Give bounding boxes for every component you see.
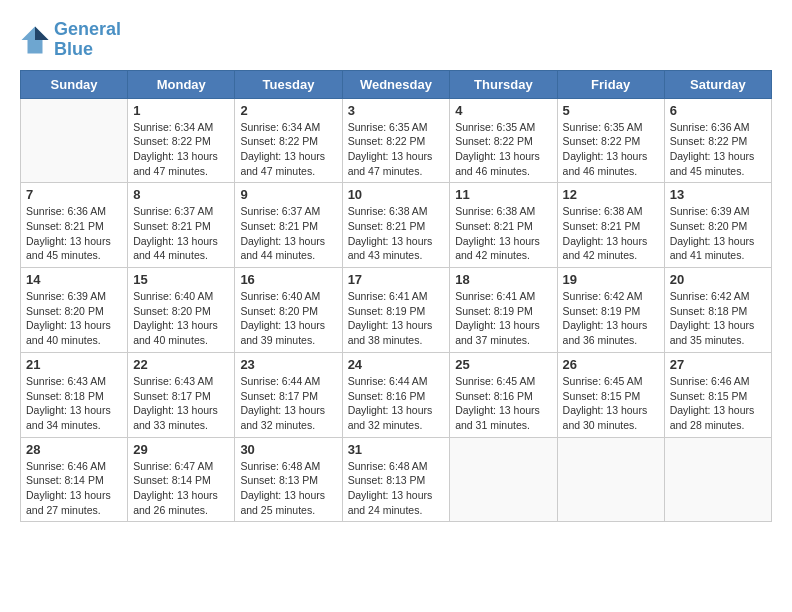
day-info: Sunrise: 6:35 AM Sunset: 8:22 PM Dayligh… (455, 120, 551, 179)
calendar-week-5: 28Sunrise: 6:46 AM Sunset: 8:14 PM Dayli… (21, 437, 772, 522)
day-number: 9 (240, 187, 336, 202)
calendar-cell: 22Sunrise: 6:43 AM Sunset: 8:17 PM Dayli… (128, 352, 235, 437)
calendar-table: SundayMondayTuesdayWednesdayThursdayFrid… (20, 70, 772, 523)
day-info: Sunrise: 6:38 AM Sunset: 8:21 PM Dayligh… (348, 204, 445, 263)
calendar-cell: 29Sunrise: 6:47 AM Sunset: 8:14 PM Dayli… (128, 437, 235, 522)
day-number: 5 (563, 103, 659, 118)
calendar-cell: 14Sunrise: 6:39 AM Sunset: 8:20 PM Dayli… (21, 268, 128, 353)
calendar-cell: 31Sunrise: 6:48 AM Sunset: 8:13 PM Dayli… (342, 437, 450, 522)
day-info: Sunrise: 6:44 AM Sunset: 8:17 PM Dayligh… (240, 374, 336, 433)
calendar-header-monday: Monday (128, 70, 235, 98)
calendar-week-3: 14Sunrise: 6:39 AM Sunset: 8:20 PM Dayli… (21, 268, 772, 353)
day-info: Sunrise: 6:43 AM Sunset: 8:17 PM Dayligh… (133, 374, 229, 433)
day-number: 1 (133, 103, 229, 118)
day-info: Sunrise: 6:47 AM Sunset: 8:14 PM Dayligh… (133, 459, 229, 518)
calendar-cell: 7Sunrise: 6:36 AM Sunset: 8:21 PM Daylig… (21, 183, 128, 268)
calendar-cell: 5Sunrise: 6:35 AM Sunset: 8:22 PM Daylig… (557, 98, 664, 183)
calendar-cell: 23Sunrise: 6:44 AM Sunset: 8:17 PM Dayli… (235, 352, 342, 437)
calendar-cell: 8Sunrise: 6:37 AM Sunset: 8:21 PM Daylig… (128, 183, 235, 268)
day-info: Sunrise: 6:40 AM Sunset: 8:20 PM Dayligh… (240, 289, 336, 348)
calendar-header-row: SundayMondayTuesdayWednesdayThursdayFrid… (21, 70, 772, 98)
logo: General Blue (20, 20, 121, 60)
day-info: Sunrise: 6:36 AM Sunset: 8:22 PM Dayligh… (670, 120, 766, 179)
calendar-cell: 11Sunrise: 6:38 AM Sunset: 8:21 PM Dayli… (450, 183, 557, 268)
calendar-cell: 15Sunrise: 6:40 AM Sunset: 8:20 PM Dayli… (128, 268, 235, 353)
day-number: 12 (563, 187, 659, 202)
day-number: 29 (133, 442, 229, 457)
logo-text-line2: Blue (54, 40, 121, 60)
day-info: Sunrise: 6:41 AM Sunset: 8:19 PM Dayligh… (348, 289, 445, 348)
logo-icon (20, 25, 50, 55)
calendar-cell: 21Sunrise: 6:43 AM Sunset: 8:18 PM Dayli… (21, 352, 128, 437)
calendar-cell: 10Sunrise: 6:38 AM Sunset: 8:21 PM Dayli… (342, 183, 450, 268)
day-number: 4 (455, 103, 551, 118)
calendar-cell: 12Sunrise: 6:38 AM Sunset: 8:21 PM Dayli… (557, 183, 664, 268)
calendar-cell (21, 98, 128, 183)
day-number: 13 (670, 187, 766, 202)
calendar-cell: 6Sunrise: 6:36 AM Sunset: 8:22 PM Daylig… (664, 98, 771, 183)
calendar-cell: 2Sunrise: 6:34 AM Sunset: 8:22 PM Daylig… (235, 98, 342, 183)
day-number: 30 (240, 442, 336, 457)
day-info: Sunrise: 6:36 AM Sunset: 8:21 PM Dayligh… (26, 204, 122, 263)
calendar-header-wednesday: Wednesday (342, 70, 450, 98)
day-info: Sunrise: 6:34 AM Sunset: 8:22 PM Dayligh… (240, 120, 336, 179)
day-info: Sunrise: 6:38 AM Sunset: 8:21 PM Dayligh… (455, 204, 551, 263)
calendar-cell: 25Sunrise: 6:45 AM Sunset: 8:16 PM Dayli… (450, 352, 557, 437)
calendar-cell (557, 437, 664, 522)
calendar-cell: 3Sunrise: 6:35 AM Sunset: 8:22 PM Daylig… (342, 98, 450, 183)
day-number: 28 (26, 442, 122, 457)
day-number: 26 (563, 357, 659, 372)
calendar-week-1: 1Sunrise: 6:34 AM Sunset: 8:22 PM Daylig… (21, 98, 772, 183)
day-number: 16 (240, 272, 336, 287)
calendar-cell: 17Sunrise: 6:41 AM Sunset: 8:19 PM Dayli… (342, 268, 450, 353)
day-number: 22 (133, 357, 229, 372)
day-info: Sunrise: 6:42 AM Sunset: 8:19 PM Dayligh… (563, 289, 659, 348)
day-number: 19 (563, 272, 659, 287)
day-number: 18 (455, 272, 551, 287)
day-number: 27 (670, 357, 766, 372)
day-info: Sunrise: 6:40 AM Sunset: 8:20 PM Dayligh… (133, 289, 229, 348)
calendar-cell: 4Sunrise: 6:35 AM Sunset: 8:22 PM Daylig… (450, 98, 557, 183)
day-number: 3 (348, 103, 445, 118)
day-info: Sunrise: 6:45 AM Sunset: 8:16 PM Dayligh… (455, 374, 551, 433)
day-info: Sunrise: 6:46 AM Sunset: 8:15 PM Dayligh… (670, 374, 766, 433)
day-info: Sunrise: 6:34 AM Sunset: 8:22 PM Dayligh… (133, 120, 229, 179)
day-info: Sunrise: 6:39 AM Sunset: 8:20 PM Dayligh… (670, 204, 766, 263)
day-info: Sunrise: 6:48 AM Sunset: 8:13 PM Dayligh… (240, 459, 336, 518)
calendar-cell: 13Sunrise: 6:39 AM Sunset: 8:20 PM Dayli… (664, 183, 771, 268)
day-number: 10 (348, 187, 445, 202)
calendar-cell: 19Sunrise: 6:42 AM Sunset: 8:19 PM Dayli… (557, 268, 664, 353)
day-number: 25 (455, 357, 551, 372)
day-info: Sunrise: 6:42 AM Sunset: 8:18 PM Dayligh… (670, 289, 766, 348)
calendar-cell: 27Sunrise: 6:46 AM Sunset: 8:15 PM Dayli… (664, 352, 771, 437)
day-number: 6 (670, 103, 766, 118)
day-info: Sunrise: 6:39 AM Sunset: 8:20 PM Dayligh… (26, 289, 122, 348)
calendar-cell: 16Sunrise: 6:40 AM Sunset: 8:20 PM Dayli… (235, 268, 342, 353)
calendar-week-4: 21Sunrise: 6:43 AM Sunset: 8:18 PM Dayli… (21, 352, 772, 437)
day-number: 20 (670, 272, 766, 287)
day-info: Sunrise: 6:48 AM Sunset: 8:13 PM Dayligh… (348, 459, 445, 518)
calendar-cell: 28Sunrise: 6:46 AM Sunset: 8:14 PM Dayli… (21, 437, 128, 522)
day-number: 11 (455, 187, 551, 202)
day-number: 23 (240, 357, 336, 372)
day-info: Sunrise: 6:41 AM Sunset: 8:19 PM Dayligh… (455, 289, 551, 348)
day-info: Sunrise: 6:43 AM Sunset: 8:18 PM Dayligh… (26, 374, 122, 433)
calendar-cell: 30Sunrise: 6:48 AM Sunset: 8:13 PM Dayli… (235, 437, 342, 522)
calendar-header-thursday: Thursday (450, 70, 557, 98)
day-info: Sunrise: 6:37 AM Sunset: 8:21 PM Dayligh… (240, 204, 336, 263)
day-info: Sunrise: 6:45 AM Sunset: 8:15 PM Dayligh… (563, 374, 659, 433)
calendar-cell: 18Sunrise: 6:41 AM Sunset: 8:19 PM Dayli… (450, 268, 557, 353)
day-number: 8 (133, 187, 229, 202)
calendar-header-sunday: Sunday (21, 70, 128, 98)
day-info: Sunrise: 6:35 AM Sunset: 8:22 PM Dayligh… (348, 120, 445, 179)
page-header: General Blue (20, 20, 772, 60)
day-number: 24 (348, 357, 445, 372)
calendar-cell: 1Sunrise: 6:34 AM Sunset: 8:22 PM Daylig… (128, 98, 235, 183)
calendar-cell (450, 437, 557, 522)
day-number: 2 (240, 103, 336, 118)
svg-marker-1 (35, 26, 49, 40)
day-number: 15 (133, 272, 229, 287)
calendar-week-2: 7Sunrise: 6:36 AM Sunset: 8:21 PM Daylig… (21, 183, 772, 268)
day-number: 31 (348, 442, 445, 457)
day-number: 7 (26, 187, 122, 202)
